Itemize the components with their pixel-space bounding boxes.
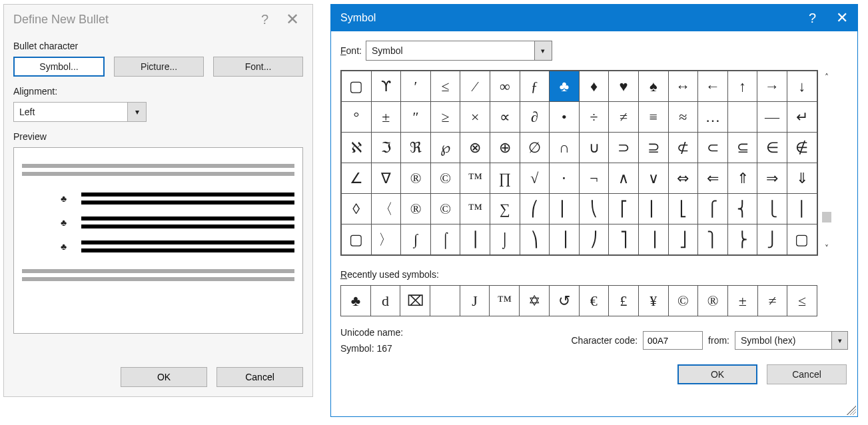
symbol-cell[interactable]: ↓ <box>787 71 817 102</box>
symbol-cell[interactable]: ⇓ <box>787 163 817 194</box>
symbol-cell[interactable]: ∂ <box>520 102 550 133</box>
symbol-cell[interactable]: ⎠ <box>579 224 609 255</box>
close-icon[interactable]: ✕ <box>836 11 848 25</box>
symbol-cell[interactable]: ¬ <box>579 163 609 194</box>
symbol-cell[interactable]: ⌡ <box>490 224 520 255</box>
symbol-cell[interactable]: ⊕ <box>490 133 520 163</box>
symbol-cell[interactable]: ⎮ <box>460 224 490 255</box>
recent-symbol-cell[interactable]: ≠ <box>757 286 787 316</box>
symbol-cell[interactable]: ⎤ <box>609 224 639 255</box>
symbol-cell[interactable]: ⎜ <box>550 194 580 224</box>
symbol-cell[interactable]: ∪ <box>579 133 609 163</box>
recent-symbol-cell[interactable]: ↺ <box>549 286 579 316</box>
symbol-cell[interactable]: • <box>550 102 580 133</box>
symbol-cell[interactable]: ∏ <box>490 163 520 194</box>
symbol-cell[interactable]: ℑ <box>371 133 401 163</box>
symbol-cell[interactable]: ≈ <box>668 102 698 133</box>
symbol-cell[interactable]: ∝ <box>490 102 520 133</box>
recent-symbol-cell[interactable] <box>430 286 460 316</box>
scroll-up-icon[interactable]: ˄ <box>819 70 834 85</box>
symbol-cell[interactable]: ⎨ <box>727 194 757 224</box>
symbol-cell[interactable]: ™ <box>460 194 490 224</box>
symbol-cell[interactable]: ↔ <box>668 71 698 102</box>
font-select[interactable]: Symbol ▾ <box>366 41 552 61</box>
symbol-cell[interactable]: ⎩ <box>757 194 787 224</box>
symbol-cell[interactable]: ∠ <box>342 163 372 194</box>
symbol-cell[interactable]: ⎬ <box>727 224 757 255</box>
symbol-cell[interactable]: ∅ <box>520 133 550 163</box>
help-icon[interactable]: ? <box>809 11 816 26</box>
recent-symbol-cell[interactable]: ® <box>698 286 728 316</box>
symbol-cell[interactable]: ⎪ <box>787 194 817 224</box>
recent-symbol-cell[interactable]: ™ <box>490 286 520 316</box>
symbol-cell[interactable]: ≠ <box>609 102 639 133</box>
symbol-cell[interactable]: ↵ <box>787 102 817 133</box>
recent-symbol-cell[interactable]: ✡ <box>520 286 550 316</box>
symbol-cell[interactable]: 〈 <box>371 194 401 224</box>
symbol-cell[interactable]: ≤ <box>430 71 460 102</box>
symbol-cell[interactable]: ⎞ <box>520 224 550 255</box>
symbol-cell[interactable]: ⎣ <box>668 194 698 224</box>
symbol-cell[interactable]: ∧ <box>609 163 639 194</box>
symbol-cell[interactable]: ⇒ <box>757 163 787 194</box>
symbol-cell[interactable]: ↑ <box>727 71 757 102</box>
recent-symbol-cell[interactable]: £ <box>609 286 639 316</box>
symbol-cell[interactable]: ™ <box>460 163 490 194</box>
symbol-cell[interactable]: ← <box>698 71 728 102</box>
symbol-cell[interactable]: ≡ <box>638 102 668 133</box>
symbol-cell[interactable]: ⋅ <box>550 163 580 194</box>
symbol-cell[interactable]: ® <box>401 163 431 194</box>
symbol-cell[interactable]: ″ <box>401 102 431 133</box>
symbol-cell[interactable]: ⎟ <box>550 224 580 255</box>
help-icon[interactable]: ? <box>261 12 268 27</box>
symbol-cell[interactable]: ⎥ <box>638 224 668 255</box>
symbol-cell[interactable]: ⎦ <box>668 224 698 255</box>
symbol-cell[interactable]: ® <box>401 194 431 224</box>
recent-symbol-cell[interactable]: ± <box>727 286 757 316</box>
font-button[interactable]: Font... <box>213 57 303 77</box>
symbol-cell[interactable]: ⇔ <box>668 163 698 194</box>
symbol-cell[interactable]: ⎭ <box>757 224 787 255</box>
symbol-cell[interactable]: ⊇ <box>638 133 668 163</box>
symbol-cell[interactable]: × <box>460 102 490 133</box>
symbol-cell[interactable]: ♣ <box>550 71 580 102</box>
symbol-cell[interactable]: ⎫ <box>698 224 728 255</box>
ok-button[interactable]: OK <box>677 364 757 384</box>
symbol-cell[interactable]: ⎡ <box>609 194 639 224</box>
symbol-cell[interactable]: ℵ <box>342 133 372 163</box>
symbol-cell[interactable]: ⊄ <box>668 133 698 163</box>
cancel-button[interactable]: Cancel <box>217 367 303 387</box>
symbol-cell[interactable]: ⌠ <box>430 224 460 255</box>
symbol-cell[interactable]: ⊆ <box>727 133 757 163</box>
recent-symbol-cell[interactable]: ⌧ <box>400 286 430 316</box>
symbol-cell[interactable]: ▢ <box>342 224 372 255</box>
symbol-cell[interactable]: ▢ <box>342 71 372 102</box>
symbol-cell[interactable]: ∨ <box>638 163 668 194</box>
symbol-cell[interactable]: ℜ <box>401 133 431 163</box>
symbol-cell[interactable]: ⊗ <box>460 133 490 163</box>
symbol-cell[interactable]: ϒ <box>371 71 401 102</box>
symbol-cell[interactable]: ∉ <box>787 133 817 163</box>
symbol-cell[interactable]: ℘ <box>430 133 460 163</box>
symbol-cell[interactable]: © <box>430 194 460 224</box>
symbol-cell[interactable]: ∩ <box>550 133 580 163</box>
symbol-cell[interactable]: ⁄ <box>460 71 490 102</box>
close-icon[interactable]: ✕ <box>282 11 303 27</box>
symbol-cell[interactable]: ⎧ <box>698 194 728 224</box>
symbol-cell[interactable]: ÷ <box>579 102 609 133</box>
symbol-cell[interactable]: √ <box>520 163 550 194</box>
recent-symbol-cell[interactable]: ¥ <box>638 286 668 316</box>
grid-scrollbar[interactable]: ˄ ˅ <box>819 70 834 256</box>
picture-button[interactable]: Picture... <box>114 57 204 77</box>
symbol-cell[interactable]: ∫ <box>401 224 431 255</box>
char-code-input[interactable] <box>643 331 703 350</box>
recent-symbol-cell[interactable]: J <box>460 286 490 316</box>
symbol-cell[interactable]: ◊ <box>342 194 372 224</box>
symbol-cell[interactable]: 〉 <box>371 224 401 255</box>
symbol-cell[interactable]: ⎛ <box>520 194 550 224</box>
symbol-cell[interactable]: — <box>757 102 787 133</box>
resize-handle-icon[interactable] <box>847 406 856 415</box>
symbol-cell[interactable]: → <box>757 71 787 102</box>
symbol-cell[interactable]: ♦ <box>579 71 609 102</box>
symbol-cell[interactable]: ⇑ <box>727 163 757 194</box>
